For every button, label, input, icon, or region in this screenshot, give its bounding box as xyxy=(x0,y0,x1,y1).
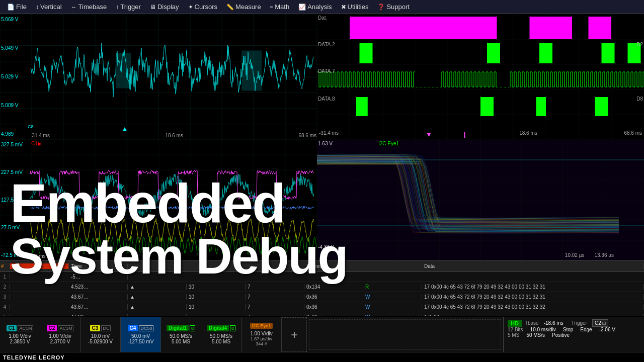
trigger-val: -2.06 V xyxy=(599,327,615,332)
i2c-row-2[interactable]: 2 4.523… ▲ 10 7 0x134 R 17 0x00 4c 65 43… xyxy=(0,282,644,292)
channel-c1-info[interactable]: C1 AC1M 1.00 V/div 2.3850 V xyxy=(0,317,40,352)
math-icon: ≈ xyxy=(270,4,274,11)
eye-label: I2C Eye1 xyxy=(377,141,400,146)
i2c-header-label: I2C xyxy=(10,263,69,269)
mid-volt-labels: 327.5 mV 227.5 mV 127.5 mV 27.5 mV -72.5… xyxy=(0,140,30,260)
menu-utilities[interactable]: ✖ Utilities xyxy=(337,2,373,12)
trigger-polarity: Positive xyxy=(552,332,570,338)
menu-measure[interactable]: 📏 Measure xyxy=(222,2,265,12)
menu-analysis[interactable]: 📈 Analysis xyxy=(294,2,336,12)
cursor-c8: C8 xyxy=(28,124,34,129)
menu-cursors[interactable]: ✦ Cursors xyxy=(184,2,222,12)
i2c-eye1-offset: 1.67 µs/div xyxy=(251,336,273,341)
c3-coupling: DC xyxy=(101,325,111,331)
i2c-table-header: # I2C Time Address Data xyxy=(0,261,644,272)
volt-labels-left: 5.069 V 5.049 V 5.029 V 5.009 V 4.989 xyxy=(0,14,30,139)
main-content: 5.069 V 5.049 V 5.029 V 5.009 V 4.989 -3… xyxy=(0,14,644,362)
logo-text: TELEDYNE LECROY xyxy=(3,354,65,360)
cursor-triangle-1: ▲ xyxy=(122,125,128,132)
c2-label: C2 xyxy=(47,325,57,331)
digital4-mem: 5.00 MS xyxy=(212,339,230,344)
timebase-icon: ↔ xyxy=(71,4,77,11)
c4-coupling: DC50 xyxy=(139,325,153,331)
data2-label-right: D2 xyxy=(636,42,643,47)
i2c-header-addr: Address xyxy=(304,263,363,269)
c1-mid-label: C1▶ xyxy=(31,141,42,146)
time-labels-bottom: -31.4 ms 18.6 ms 68.6 ms xyxy=(30,133,316,138)
trigger-icon: ↑ xyxy=(116,4,119,11)
channel-c2-info[interactable]: C2 AC1M 1.00 V/div 2.3700 V xyxy=(40,317,80,352)
channel-c4-info[interactable]: C4 DC50 50.0 mV -127.50 mV xyxy=(121,317,161,352)
menu-display[interactable]: 🖥 Display xyxy=(146,2,183,12)
tbase-label: Tbase xyxy=(525,320,539,326)
data8-label: DATA.8 xyxy=(318,96,335,102)
waveform-canvas xyxy=(0,14,317,140)
c3-label: C3 xyxy=(90,325,101,331)
channel-c3-info[interactable]: C3 DC 10.0 mV -5.02900 V xyxy=(80,317,121,352)
data8-label-right: D8 xyxy=(636,96,643,102)
status-row-3: 5 MS 50 MS/s Positive xyxy=(508,332,640,338)
c2-mode: AC1M xyxy=(58,325,73,331)
add-channel-button[interactable]: + xyxy=(282,317,307,352)
display-icon: 🖥 xyxy=(150,4,156,11)
digital-waveform-panel[interactable]: Dat. DATA.2 D2 DATA.7 DATA.8 D8 -31.4 ms… xyxy=(317,14,644,139)
digital4-info[interactable]: Digital4 8 50.0 MS/s 5.00 MS xyxy=(201,317,242,352)
menu-timebase[interactable]: ↔ Timebase xyxy=(67,2,111,12)
file-icon: 📄 xyxy=(7,4,15,11)
digital1-label: Digital1 xyxy=(167,325,189,331)
menu-vertical[interactable]: ↕ Vertical xyxy=(32,2,66,12)
mid-waveform-section: 327.5 mV 227.5 mV 127.5 mV 27.5 mV -72.5… xyxy=(0,140,644,260)
trigger-type: Edge xyxy=(580,327,592,332)
menu-support[interactable]: ❓ Support xyxy=(373,2,414,12)
c2-offset: 2.3700 V xyxy=(50,339,70,344)
c4-offset: -127.50 mV xyxy=(128,339,154,344)
c4-label: C4 xyxy=(128,325,138,331)
right-status-panel: HD Tbase -18.6 ms Trigger C2 □ 12 Bits 1… xyxy=(503,317,644,352)
mid-left-canvas xyxy=(0,140,317,260)
menu-math[interactable]: ≈ Math xyxy=(266,2,294,12)
menu-trigger[interactable]: ↑ Trigger xyxy=(112,2,145,12)
c2-vdiv: 1.00 V/div xyxy=(49,333,71,339)
menu-file[interactable]: 📄 File xyxy=(3,2,31,12)
i2c-row-5[interactable]: 5 47.90… ▲ 7 0x36 W 1 0x00 xyxy=(0,312,644,316)
trigger-marker: ▼ xyxy=(426,130,433,138)
data7-label: DATA.7 xyxy=(318,68,335,74)
logo-bar: TELEDYNE LECROY xyxy=(0,352,644,362)
left-mid-panel[interactable]: 327.5 mV 227.5 mV 127.5 mV 27.5 mV -72.5… xyxy=(0,140,317,260)
analysis-icon: 📈 xyxy=(298,4,306,11)
digital1-bits: 8 xyxy=(190,325,195,331)
digital1-info[interactable]: Digital1 8 50.0 MS/s 5.00 MS xyxy=(161,317,201,352)
status-row-2: 12 Bits 10.0 ms/div Stop Edge -2.06 V xyxy=(508,327,640,332)
support-icon: ❓ xyxy=(377,4,385,11)
timebase-div: 10.0 ms/div xyxy=(530,327,556,332)
i2c-eye1-count: 344 # xyxy=(256,341,267,346)
i2c-header-data: Data xyxy=(422,263,644,269)
c3-vdiv: 10.0 mV xyxy=(91,333,110,339)
bottom-status-bar: C1 AC1M 1.00 V/div 2.3850 V C2 AC1M 1.00… xyxy=(0,317,644,352)
c1-label: C1 xyxy=(7,325,17,331)
vertical-icon: ↕ xyxy=(36,4,39,11)
cursors-icon: ✦ xyxy=(188,4,193,11)
c1-mode: AC1M xyxy=(18,325,33,331)
digital1-rate: 50.0 MS/s xyxy=(170,333,192,339)
dat-label: Dat. xyxy=(318,15,327,21)
i2c-row-3[interactable]: 3 43.67… ▲ 10 7 0x36 W 17 0x00 4c 65 43 … xyxy=(0,292,644,302)
c4-vdiv: 50.0 mV xyxy=(131,333,150,339)
digital4-rate: 50.0 MS/s xyxy=(210,333,232,339)
mid-time-labels: -31 ms xyxy=(30,253,316,259)
top-waveform-section: 5.069 V 5.049 V 5.029 V 5.009 V 4.989 -3… xyxy=(0,14,644,140)
bits-label: 12 Bits xyxy=(508,327,523,332)
digital-time-labels: -31.4 ms ▼ 18.6 ms 68.6 ms xyxy=(317,130,644,138)
digital4-bits: 8 xyxy=(230,325,235,331)
right-mid-top-volt: 1.63 V xyxy=(318,141,333,146)
sample-rate: 50 MS/s xyxy=(526,332,545,338)
c1-offset: 2.3850 V xyxy=(10,339,30,344)
right-mid-panel[interactable]: 1.63 V -4.37 V 10.02 µs 13.36 µs I2C Eye… xyxy=(317,140,644,260)
data2-label: DATA.2 xyxy=(318,42,335,47)
i2c-eye1-info[interactable]: I2C Eye1 1.00 V/div 1.67 µs/div 344 # xyxy=(242,317,282,352)
tbase-val: -18.6 ms xyxy=(544,320,564,326)
i2c-row-4[interactable]: 4 43.67… ▲ 10 7 0x36 W 17 0x00 4c 65 43 … xyxy=(0,302,644,312)
analog-waveform-panel[interactable]: 5.069 V 5.049 V 5.029 V 5.009 V 4.989 -3… xyxy=(0,14,317,139)
i2c-header-time: Time xyxy=(69,263,128,269)
i2c-row-1[interactable]: 1 -5… xyxy=(0,272,644,282)
